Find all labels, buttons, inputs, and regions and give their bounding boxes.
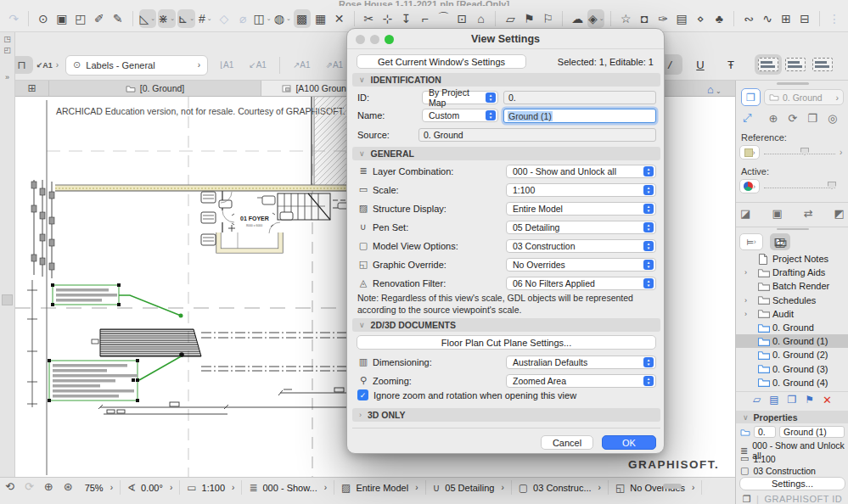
underline-button[interactable]: U <box>688 54 713 75</box>
fit-in-window-icon[interactable]: ▣ <box>53 9 70 28</box>
flag-icon[interactable]: ⚑ <box>520 9 537 28</box>
properties-header[interactable]: ∨Properties <box>736 411 848 423</box>
navigator-preview-icon[interactable]: ⌂ ⌄ <box>707 83 722 96</box>
layer-combination-select[interactable]: 000 - Show and Unlock all <box>506 165 656 178</box>
tree-item[interactable]: 0. Ground (4) <box>736 376 848 389</box>
eraser-icon[interactable]: ◈⌄ <box>587 9 604 28</box>
snap-guides-icon[interactable]: ⊾⌄ <box>177 9 195 28</box>
model-view-options-status[interactable]: ▢03 Construc...› <box>512 480 609 495</box>
new-folder-icon[interactable]: ❐ <box>788 394 797 406</box>
expand-chevron-icon[interactable]: › <box>744 310 747 318</box>
drag-reference-icon[interactable]: ⤢ <box>743 111 751 125</box>
label-style-4-icon[interactable]: ⇗A1 <box>326 60 344 70</box>
clone-folder-icon[interactable]: ▱ <box>753 394 761 406</box>
tree-item[interactable]: 0. Ground (2) <box>736 348 848 361</box>
split-icon[interactable]: ✂ <box>360 9 377 28</box>
graphisoft-id[interactable]: ❐|GRAPHISOFT ID <box>736 494 848 504</box>
id-mode-select[interactable]: By Project Map <box>422 91 498 104</box>
model-view-options-select[interactable]: 03 Construction <box>506 239 656 253</box>
send-backward-icon[interactable]: ⊟ <box>796 9 813 28</box>
text-block-right-button[interactable] <box>809 54 836 75</box>
adjust-icon[interactable]: ⊹ <box>379 9 396 28</box>
measure-icon[interactable]: ▦ <box>312 9 329 28</box>
bring-forward-icon[interactable]: ⊞ <box>778 9 795 28</box>
snap-points-icon[interactable]: ⋇⌄ <box>158 9 176 28</box>
drawing-icon[interactable]: ▤ <box>673 9 690 28</box>
close-window-button[interactable] <box>356 35 365 44</box>
move-reference-icon[interactable]: ⊕ <box>768 112 778 125</box>
panel-drag-handle[interactable] <box>777 82 809 85</box>
name-input[interactable]: Ground (1) <box>503 109 656 123</box>
cloud-icon[interactable]: ☁ <box>569 9 586 28</box>
label-style-3-icon[interactable]: ↗A1 <box>293 60 311 70</box>
tree-item[interactable]: ›Audit <box>736 307 848 321</box>
get-current-window-settings-button[interactable]: Get Current Window's Settings <box>357 54 526 69</box>
tree-item[interactable]: Batch Render <box>736 279 848 293</box>
scale-status[interactable]: ▭1:100› <box>180 480 242 495</box>
floor-plan-cut-plane-button[interactable]: Floor Plan Cut Plane Settings... <box>357 335 656 350</box>
graphic-override-select[interactable]: No Overrides <box>506 258 656 272</box>
resize-icon[interactable]: ⊡ <box>453 9 470 28</box>
layer-combination-status[interactable]: ≣000 - Show...› <box>242 480 334 495</box>
tab-overview-button[interactable]: ⊞ <box>15 81 49 96</box>
groups-icon[interactable]: ▱ <box>502 9 519 28</box>
window-arrange-icon[interactable]: ◳ <box>0 35 14 43</box>
align-icon[interactable]: ↧ <box>397 9 414 28</box>
activate-reference-icon[interactable]: ▣ <box>772 207 782 220</box>
ok-button[interactable]: OK <box>602 435 656 450</box>
tree-item[interactable]: 0. Ground (3) <box>736 362 848 376</box>
strikethrough-button[interactable]: Ŧ <box>718 54 744 75</box>
general-section-header[interactable]: ∨GENERAL <box>352 147 660 160</box>
active-color-swatch[interactable]: › <box>739 179 760 193</box>
publisher-tab[interactable]: ◫ <box>770 233 790 250</box>
identification-section-header[interactable]: ∨IDENTIFICATION <box>352 73 660 87</box>
back-icon[interactable]: ⟲ <box>0 480 20 493</box>
pen-faded-icon[interactable]: ⌀ <box>234 9 251 28</box>
panel-drag-handle[interactable] <box>777 228 809 230</box>
ignore-zoom-checkbox[interactable]: ✓ <box>357 389 368 400</box>
forward-icon[interactable]: ⟳ <box>20 480 39 493</box>
dialog-titlebar[interactable]: View Settings <box>347 29 664 49</box>
home-story-icon[interactable]: ⌂ <box>472 9 489 28</box>
save-view-icon[interactable]: ▤ <box>769 394 778 406</box>
horizontal-scrollbar[interactable] <box>663 484 682 489</box>
rotate-reference-icon[interactable]: ⟳ <box>788 112 797 125</box>
ghost-surfaces-icon[interactable]: ◩ <box>834 207 845 220</box>
label-style-1-icon[interactable]: ⌊A1 <box>220 60 233 70</box>
palette-handle[interactable] <box>2 294 13 305</box>
cancel-icon[interactable]: ✕ <box>331 9 348 28</box>
expand-chevron-icon[interactable]: › <box>744 268 747 277</box>
switch-reference-icon[interactable]: ⇄ <box>804 207 813 220</box>
tree-object-icon[interactable]: ♣ <box>710 9 727 28</box>
tree-item[interactable]: ›Schedules <box>736 294 848 307</box>
zoom-window-button[interactable] <box>385 35 394 44</box>
renovation-filter-select[interactable]: 06 No Filters Applied <box>506 277 656 290</box>
window-arrange2-icon[interactable]: ◰ <box>0 46 14 54</box>
trim-icon[interactable]: ⌐ <box>416 9 433 28</box>
tree-item[interactable]: 0. Ground (1) <box>736 334 848 348</box>
properties-settings-button[interactable]: Settings... <box>739 477 845 490</box>
favorites-icon[interactable]: ☆ <box>617 9 634 28</box>
markup-icon[interactable]: ✑ <box>654 9 671 28</box>
unlink-icon[interactable]: ∿ <box>759 9 776 28</box>
scale-select[interactable]: 1:100 <box>506 183 656 197</box>
tab-ground[interactable]: [0. Ground] <box>49 81 261 96</box>
delete-view-icon[interactable]: ✕ <box>823 394 832 406</box>
text-block-left-button[interactable] <box>755 54 782 75</box>
tag-icon[interactable]: ⋄ <box>692 9 709 28</box>
dimensioning-select[interactable]: Australian Defaults <box>506 356 656 369</box>
copy-reference-icon[interactable]: ❐ <box>807 112 817 125</box>
pen-set-select[interactable]: 05 Detailing <box>506 221 656 234</box>
property-id-field[interactable]: 0. <box>754 426 776 438</box>
tree-item[interactable]: ›Drafting Aids <box>736 266 848 279</box>
expand-chevron-icon[interactable]: › <box>56 60 59 70</box>
label-style-2-icon[interactable]: ↙A1 <box>249 60 267 70</box>
flag-view-icon[interactable]: ⚑ <box>805 394 814 406</box>
label-favorites-dropdown[interactable]: ⊙ Labels - General › <box>65 55 208 76</box>
capture-icon[interactable]: ◘ <box>636 9 653 28</box>
grab-reference-icon[interactable]: ◪ <box>740 207 750 220</box>
quick-options-button[interactable]: ❐ <box>741 88 761 106</box>
editing-plane-icon[interactable]: ◇ <box>216 9 233 28</box>
zoom-options-icon[interactable]: ⊛ <box>59 480 78 493</box>
pen-set-status[interactable]: ∪05 Detailing› <box>426 480 512 495</box>
